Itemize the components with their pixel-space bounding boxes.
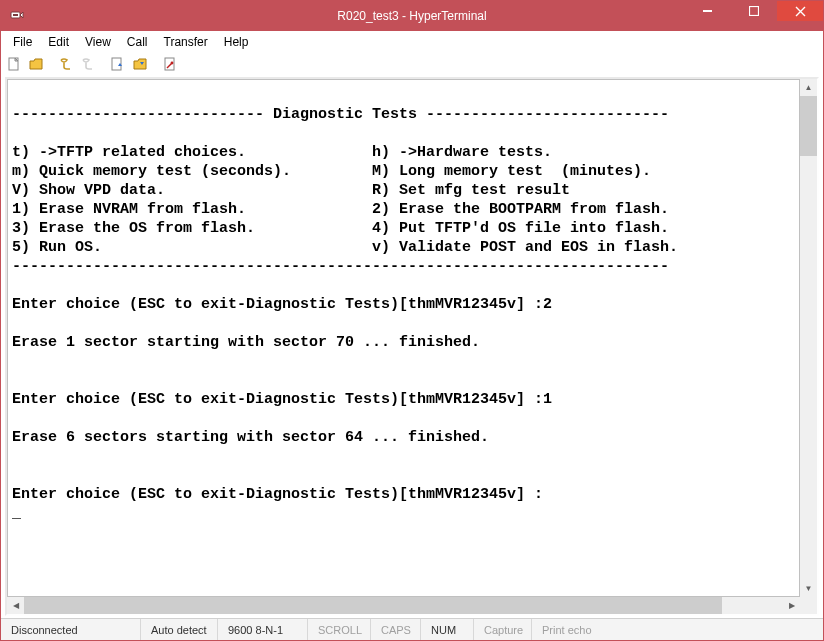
terminal-viewport[interactable]: ---------------------------- Diagnostic … xyxy=(7,79,800,597)
vertical-scroll-track[interactable] xyxy=(800,96,817,580)
scroll-down-button[interactable]: ▼ xyxy=(800,580,817,597)
call-button[interactable] xyxy=(55,53,77,75)
status-echo: Print echo xyxy=(532,619,823,640)
menu-file[interactable]: File xyxy=(5,34,40,50)
menu-edit[interactable]: Edit xyxy=(40,34,77,50)
svg-point-7 xyxy=(171,62,174,65)
open-button[interactable] xyxy=(25,53,47,75)
scroll-left-button[interactable]: ◀ xyxy=(7,597,24,614)
menu-view[interactable]: View xyxy=(77,34,119,50)
svg-rect-2 xyxy=(703,10,712,12)
status-scroll: SCROLL xyxy=(308,619,371,640)
properties-button[interactable] xyxy=(159,53,181,75)
scroll-corner xyxy=(800,597,817,614)
status-bar: Disconnected Auto detect 9600 8-N-1 SCRO… xyxy=(1,618,823,640)
receive-button[interactable] xyxy=(129,53,151,75)
svg-rect-1 xyxy=(13,14,18,16)
maximize-button[interactable] xyxy=(731,1,777,21)
menu-transfer[interactable]: Transfer xyxy=(156,34,216,50)
app-icon xyxy=(9,8,25,24)
title-bar[interactable]: R020_test3 - HyperTerminal xyxy=(1,1,823,31)
scroll-up-button[interactable]: ▲ xyxy=(800,79,817,96)
horizontal-scroll-track[interactable] xyxy=(24,597,783,614)
svg-rect-3 xyxy=(750,7,759,16)
app-window: R020_test3 - HyperTerminal File Edit Vie… xyxy=(0,0,824,641)
status-num: NUM xyxy=(421,619,474,640)
horizontal-scroll-thumb[interactable] xyxy=(24,597,722,614)
status-caps: CAPS xyxy=(371,619,421,640)
status-params: 9600 8-N-1 xyxy=(218,619,308,640)
menu-bar: File Edit View Call Transfer Help xyxy=(1,31,823,51)
menu-call[interactable]: Call xyxy=(119,34,156,50)
vertical-scrollbar[interactable]: ▲ ▼ xyxy=(800,79,817,597)
new-button[interactable] xyxy=(3,53,25,75)
scroll-right-button[interactable]: ▶ xyxy=(783,597,800,614)
toolbar xyxy=(1,51,823,77)
status-capture: Capture xyxy=(474,619,532,640)
client-area: ---------------------------- Diagnostic … xyxy=(5,77,819,616)
send-button[interactable] xyxy=(107,53,129,75)
status-connection: Disconnected xyxy=(1,619,141,640)
vertical-scroll-thumb[interactable] xyxy=(800,96,817,156)
horizontal-scrollbar[interactable]: ◀ ▶ xyxy=(7,597,800,614)
disconnect-button[interactable] xyxy=(77,53,99,75)
status-detect: Auto detect xyxy=(141,619,218,640)
terminal-text: ---------------------------- Diagnostic … xyxy=(8,80,799,527)
close-button[interactable] xyxy=(777,1,823,21)
minimize-button[interactable] xyxy=(685,1,731,21)
menu-help[interactable]: Help xyxy=(216,34,257,50)
